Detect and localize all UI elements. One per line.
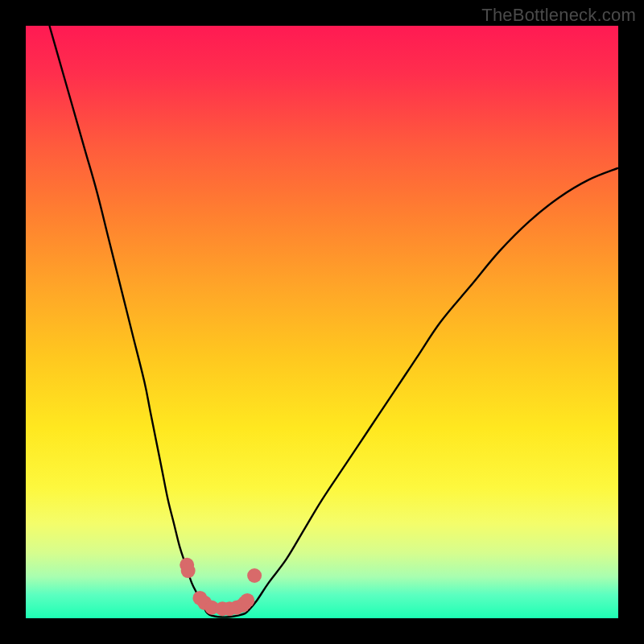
bottleneck-curve: [49, 26, 618, 617]
right-curve: [248, 168, 618, 612]
marker-dot: [181, 564, 196, 578]
marker-dot: [247, 568, 262, 583]
watermark-text: TheBottleneck.com: [481, 5, 636, 26]
plot-area: [26, 26, 618, 618]
left-curve: [49, 26, 206, 613]
curve-layer: [26, 26, 618, 618]
valley-markers: [180, 558, 262, 616]
marker-dot: [240, 593, 254, 608]
chart-frame: TheBottleneck.com: [0, 0, 644, 644]
